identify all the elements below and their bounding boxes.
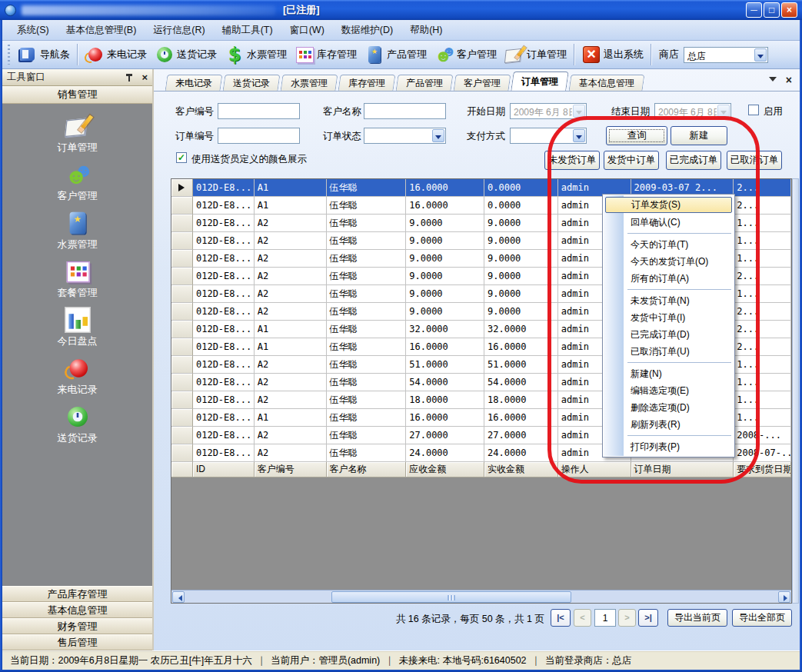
row-selector-cell[interactable]: [171, 232, 193, 250]
tab-close-icon[interactable]: ×: [786, 75, 792, 85]
toolbar-button[interactable]: 产品管理: [361, 43, 431, 66]
scroll-right-icon[interactable]: [778, 591, 790, 603]
first-page-button[interactable]: |<: [551, 609, 571, 627]
row-selector-cell[interactable]: [171, 285, 193, 303]
pay-method-select[interactable]: [510, 128, 587, 144]
toolbar-button[interactable]: 导航条: [14, 43, 74, 66]
customer-name-input[interactable]: [364, 103, 446, 119]
customer-no-input[interactable]: [218, 103, 300, 119]
order-status-filter-button[interactable]: 已完成订单: [666, 151, 721, 170]
toolbar-button[interactable]: 退出系统: [577, 43, 647, 66]
vertical-scrollbar[interactable]: [792, 178, 799, 604]
chevron-down-icon[interactable]: [754, 48, 767, 62]
column-header[interactable]: 订单日期: [631, 462, 734, 477]
row-selector-cell[interactable]: [171, 427, 193, 444]
row-selector-cell[interactable]: [171, 374, 193, 391]
export-current-page-button[interactable]: 导出当前页: [667, 609, 727, 627]
tab-item[interactable]: 客户管理: [454, 75, 511, 91]
sidebar-group-bar[interactable]: 产品库存管理: [2, 586, 152, 602]
sidebar-item[interactable]: 来电记录: [58, 358, 98, 397]
row-selector-cell[interactable]: [171, 338, 193, 356]
menu-item[interactable]: 窗口(W): [281, 22, 333, 39]
context-menu-item[interactable]: 今天的发货订单(O): [603, 253, 734, 270]
context-menu-item[interactable]: 未发货订单(N): [603, 292, 734, 309]
context-menu-item[interactable]: 发货中订单(I): [603, 309, 734, 326]
sidebar-item[interactable]: 订单管理: [58, 116, 98, 155]
order-no-input[interactable]: [218, 128, 300, 144]
start-date-picker[interactable]: 2009年 6月 8日: [510, 103, 587, 119]
scrollbar-thumb[interactable]: [331, 591, 571, 603]
column-header[interactable]: ID: [193, 462, 255, 477]
page-number-input[interactable]: [594, 609, 616, 627]
tab-item[interactable]: 水票管理: [281, 75, 338, 91]
column-header[interactable]: 应收金额: [406, 462, 484, 477]
order-status-filter-button[interactable]: 已取消订单: [727, 151, 782, 170]
row-selector-cell[interactable]: [171, 268, 193, 285]
menu-item[interactable]: 辅助工具(T): [214, 22, 281, 39]
new-button[interactable]: 新建: [671, 126, 727, 145]
menu-item[interactable]: 运行信息(R): [145, 22, 213, 39]
context-menu-item[interactable]: 已取消订单(U): [603, 343, 734, 360]
row-selector-cell[interactable]: [171, 179, 193, 197]
prev-page-button[interactable]: <: [574, 609, 591, 627]
context-menu-item[interactable]: 订单发货(S): [605, 197, 732, 213]
tab-item[interactable]: 送货记录: [223, 75, 281, 91]
pin-icon[interactable]: [125, 73, 134, 82]
sidebar-item[interactable]: 客户管理: [58, 165, 98, 203]
tab-item[interactable]: 库存管理: [338, 75, 396, 91]
toolbar-button[interactable]: 水票管理: [221, 43, 291, 66]
context-menu-item[interactable]: 今天的订单(T): [603, 236, 734, 253]
sidebar-group-sales[interactable]: 销售管理: [2, 86, 152, 104]
sidebar-item[interactable]: 水票管理: [58, 213, 98, 251]
chevron-down-icon[interactable]: [432, 129, 444, 142]
row-selector-cell[interactable]: [171, 444, 193, 462]
chevron-down-icon[interactable]: [573, 105, 585, 118]
row-selector-cell[interactable]: [171, 197, 193, 215]
close-button[interactable]: ×: [781, 2, 797, 18]
next-page-button[interactable]: >: [618, 609, 636, 627]
row-selector-cell[interactable]: [171, 303, 193, 321]
tab-item[interactable]: 产品管理: [396, 75, 454, 91]
sidebar-group-bar[interactable]: 基本信息管理: [2, 602, 152, 618]
menu-item[interactable]: 基本信息管理(B): [58, 22, 145, 39]
row-selector-cell[interactable]: [171, 409, 193, 427]
order-status-filter-button[interactable]: 未发货订单: [544, 151, 600, 170]
column-header[interactable]: 客户编号: [255, 462, 327, 477]
order-status-select[interactable]: [364, 128, 446, 144]
row-selector-cell[interactable]: [171, 391, 193, 409]
end-date-picker[interactable]: 2009年 6月 8日: [654, 103, 731, 119]
sidebar-group-bar[interactable]: 售后管理: [2, 634, 152, 650]
row-selector-cell[interactable]: [171, 321, 193, 338]
chevron-down-icon[interactable]: [573, 129, 585, 142]
column-header[interactable]: 实收金额: [484, 462, 558, 477]
column-header[interactable]: 要求到货日期: [734, 462, 791, 477]
menu-item[interactable]: 数据维护(D): [333, 22, 401, 39]
toolbar-button[interactable]: 订单管理: [501, 43, 571, 66]
sidebar-item[interactable]: 送货记录: [58, 407, 98, 445]
toolbar-button[interactable]: 来电记录: [81, 43, 151, 66]
context-menu-item[interactable]: 已完成订单(D): [603, 326, 734, 343]
tab-item[interactable]: 来电记录: [165, 75, 223, 91]
column-header[interactable]: [171, 462, 193, 477]
row-selector-cell[interactable]: [171, 356, 193, 374]
shop-select[interactable]: 总店: [684, 47, 768, 63]
color-display-checkbox[interactable]: ✓: [176, 152, 187, 163]
tab-item[interactable]: 基本信息管理: [569, 75, 645, 91]
context-menu-item[interactable]: 删除选定项(D): [603, 399, 734, 416]
tab-list-dropdown-icon[interactable]: [769, 77, 777, 85]
row-selector-cell[interactable]: [171, 250, 193, 268]
scroll-left-icon[interactable]: [172, 591, 185, 603]
sidebar-item[interactable]: 套餐管理: [58, 261, 98, 300]
column-header[interactable]: 客户名称: [327, 462, 407, 477]
toolbar-button[interactable]: 客户管理: [431, 43, 501, 66]
toolbar-button[interactable]: 库存管理: [291, 43, 361, 66]
maximize-button[interactable]: □: [764, 2, 780, 18]
column-header[interactable]: 操作人: [558, 462, 631, 477]
sidebar-item[interactable]: 今日盘点: [58, 310, 98, 348]
chevron-down-icon[interactable]: [717, 105, 730, 118]
horizontal-scrollbar[interactable]: [171, 590, 791, 603]
toolbar-grip[interactable]: [6, 45, 12, 65]
context-menu-item[interactable]: 刷新列表(R): [603, 416, 734, 433]
context-menu-item[interactable]: 回单确认(C): [603, 214, 734, 231]
toolbar-button[interactable]: 送货记录: [151, 43, 221, 66]
